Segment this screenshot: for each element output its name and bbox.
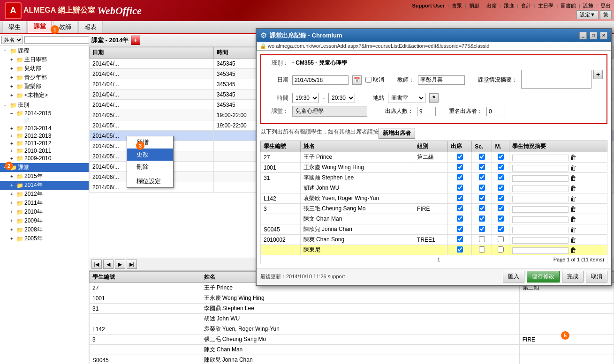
attend-checkbox[interactable] [457, 236, 463, 242]
location-select[interactable]: 圖書室 [388, 93, 425, 103]
tree-item-2009[interactable]: + 📁 2009年 [0, 216, 89, 225]
attend-grid-row[interactable]: S0045 陳欣兒 Jonna Chan 🗑 [261, 224, 607, 235]
tree-item-zhuruxuebu[interactable]: + 📁 主日學部 [0, 55, 89, 64]
cancel-modal-button[interactable]: 取消 [586, 271, 607, 282]
prev-page-btn[interactable]: ◀ [103, 260, 114, 269]
lang-button[interactable]: 繁 [600, 10, 612, 19]
m-checkbox[interactable] [498, 195, 504, 201]
sc-checkbox[interactable] [479, 215, 485, 222]
tree-item-2014[interactable]: + 📁 2014年 [0, 181, 89, 190]
location-add-btn[interactable]: * [429, 93, 439, 103]
delete-row-btn[interactable]: 🗑 [570, 226, 576, 233]
delete-row-btn[interactable]: 🗑 [570, 215, 576, 223]
cell-m-check[interactable] [492, 224, 509, 235]
student-note-input[interactable] [512, 237, 569, 244]
attend-grid-row[interactable]: 27 王子 Prince 第二組 🗑 [261, 152, 607, 163]
settings-button[interactable]: 設定▼ [576, 10, 599, 19]
m-checkbox[interactable] [498, 154, 504, 160]
cell-attend-check[interactable] [447, 152, 471, 163]
student-note-input[interactable] [512, 155, 569, 161]
student-note-input[interactable] [512, 206, 569, 213]
cell-attend-check[interactable] [447, 214, 471, 224]
modal-close-btn[interactable]: ✕ [600, 32, 607, 39]
tab-class[interactable]: 課堂 [28, 20, 52, 33]
student-grid-row[interactable]: S0045 陳欣兒 Jonna Chan [90, 355, 614, 364]
summary-textarea[interactable] [521, 70, 591, 89]
cell-attend-check[interactable] [447, 173, 471, 183]
cell-attend-check[interactable] [447, 193, 471, 204]
tree-item-ketang[interactable]: − 📁 課堂 [0, 163, 89, 172]
cell-sc-check[interactable] [472, 183, 492, 193]
attend-checkbox[interactable] [457, 205, 463, 211]
teacher-input[interactable] [418, 75, 465, 85]
tab-student[interactable]: 學生 [2, 21, 27, 33]
summary-add-btn[interactable]: + [593, 70, 603, 79]
cell-attend-check[interactable] [447, 224, 471, 235]
sc-checkbox[interactable] [479, 174, 485, 180]
nav-link-juankuan[interactable]: 捐獻 [468, 2, 480, 9]
tree-item-2010-2011[interactable]: + 📁 2010-2011 [0, 147, 89, 155]
cell-m-check[interactable] [492, 163, 509, 173]
attend-checkbox[interactable] [457, 174, 463, 180]
student-grid-row[interactable]: 胡述 John WU [90, 314, 614, 324]
cell-sc-check[interactable] [472, 224, 492, 235]
save-button[interactable]: 儲存修改 [527, 271, 560, 282]
m-checkbox[interactable] [498, 226, 504, 232]
cell-attend-check[interactable] [447, 163, 471, 173]
tree-item-eryoubu[interactable]: + 📁 兒幼部 [0, 64, 89, 73]
date-input[interactable] [292, 75, 349, 85]
context-menu-add[interactable]: 新增 [127, 136, 173, 149]
tab-report[interactable]: 報表 [78, 21, 103, 33]
cell-m-check[interactable] [492, 204, 509, 214]
tree-item-2012-2013[interactable]: + 📁 2012-2013 [0, 132, 89, 140]
tree-item-shengyuebu[interactable]: + 📁 聖樂部 [0, 82, 89, 91]
attend-grid-row[interactable]: 3 張三毛 Cheung Sang Mo FIRE 🗑 [261, 204, 607, 214]
student-grid-row[interactable]: L142 袁榮欣 Yuen, Roger Wing-Yun [90, 324, 614, 334]
attend-table-container[interactable]: 學生編號 姓名 組別 出席 Sc. M. 學生情況摘要 27 王子 Prince… [260, 141, 607, 264]
student-note-input[interactable] [512, 175, 569, 182]
next-page-btn[interactable]: ▶ [115, 260, 125, 269]
student-note-input[interactable] [512, 186, 569, 192]
cell-sc-check[interactable] [472, 245, 492, 255]
tree-item-2009-2010[interactable]: + 📁 2009-2010 [0, 155, 89, 162]
tree-item-banbie[interactable]: − 📁 班別 [0, 101, 89, 110]
student-note-input[interactable] [512, 227, 569, 233]
cell-m-check[interactable] [492, 183, 509, 193]
cell-sc-check[interactable] [472, 214, 492, 224]
cell-sc-check[interactable] [472, 193, 492, 204]
modal-restore-btn[interactable]: □ [590, 32, 597, 39]
attend-grid-row[interactable]: 31 李國鼎 Stephen Lee 🗑 [261, 173, 607, 183]
tree-item-2012[interactable]: + 📁 2012年 [0, 190, 89, 199]
m-checkbox[interactable] [498, 205, 504, 211]
cell-sc-check[interactable] [472, 173, 492, 183]
context-menu-delete[interactable]: 刪除 [127, 161, 173, 173]
delete-row-btn[interactable]: 🗑 [570, 195, 576, 202]
attend-grid-row[interactable]: 陳東尼 🗑 [261, 245, 607, 255]
import-button[interactable]: 匯入 [503, 271, 524, 282]
attend-checkbox[interactable] [457, 226, 463, 232]
cell-m-check[interactable] [492, 173, 509, 183]
tree-item-unspecified[interactable]: + 📁 <未指定> [0, 91, 89, 100]
student-grid-row[interactable]: 1001 王永慶 Wong Wing Hing [90, 293, 614, 304]
add-record-button[interactable]: + [131, 36, 140, 45]
tree-item-qingshaonianbu[interactable]: + 📁 青少年部 [0, 73, 89, 82]
student-grid-row[interactable]: 31 李國鼎 Stephen Lee [90, 304, 614, 314]
tree-item-2013-2014[interactable]: + 📁 2013-2014 [0, 125, 89, 132]
last-page-btn[interactable]: ▶| [127, 260, 137, 269]
first-page-btn[interactable]: |◀ [91, 260, 102, 269]
cell-m-check[interactable] [492, 214, 509, 224]
delete-row-btn[interactable]: 🗑 [570, 236, 576, 244]
cell-m-check[interactable] [492, 152, 509, 163]
search-input[interactable] [24, 36, 89, 44]
sc-checkbox[interactable] [479, 246, 485, 253]
attend-grid-row[interactable]: 胡述 John WU 🗑 [261, 183, 607, 193]
sc-checkbox[interactable] [479, 236, 485, 242]
time-start-select[interactable]: 19:30 [292, 93, 319, 103]
attend-checkbox[interactable] [457, 215, 463, 222]
nav-link-genjin[interactable]: 跟進 [503, 2, 515, 9]
cell-m-check[interactable] [492, 245, 509, 255]
tree-item-2014-2015[interactable]: − 📁 2014-2015 [0, 110, 89, 117]
tree-item-2015[interactable]: + 📁 2015年 [0, 172, 89, 181]
delete-row-btn[interactable]: 🗑 [570, 154, 576, 161]
student-note-input[interactable] [512, 165, 569, 171]
